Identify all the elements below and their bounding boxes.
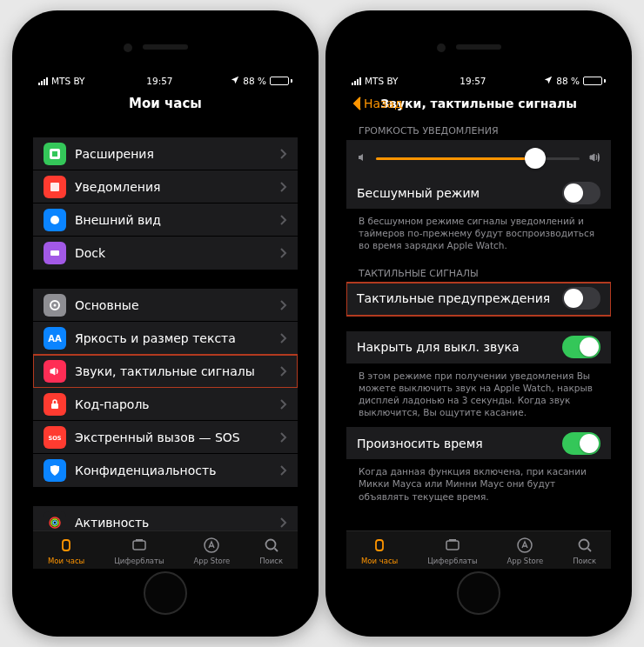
volume-slider[interactable] [376,157,580,160]
svg-rect-19 [376,540,383,550]
chevron-right-icon [280,399,287,410]
status-bar: MTS BY 19:57 88 % [33,73,298,89]
row-label: Экстренный вызов — SOS [75,430,280,444]
speak-time-row[interactable]: Произносить время [346,427,611,460]
chevron-right-icon [280,149,287,159]
svg-point-17 [265,539,275,549]
battery-pct-label: 88 % [556,76,580,86]
settings-row[interactable]: Конфиденциальность [33,454,298,487]
chevron-right-icon [280,366,287,377]
sos-icon: SOS [44,426,66,449]
row-label: Dock [75,246,280,260]
chevron-right-icon [280,333,287,344]
search-icon [262,536,281,555]
settings-row[interactable]: Звуки, тактильные сигналы [33,355,298,388]
location-icon [231,76,239,86]
tab-appstore[interactable]: App Store [507,536,544,565]
phone-frame-right: MTS BY 19:57 88 % [325,10,632,637]
home-button[interactable] [144,571,187,615]
haptic-alerts-row[interactable]: Тактильные предупреждения [346,283,611,316]
tab-label: App Store [194,557,231,565]
battery-icon [270,77,292,85]
front-camera [437,43,446,52]
back-button[interactable]: Назад [352,97,403,110]
silent-mode-toggle[interactable] [562,182,600,204]
section-header-volume: ГРОМКОСТЬ УВЕДОМЛЕНИЯ [346,118,611,140]
haptic-alerts-toggle[interactable] [562,287,600,310]
cover-to-mute-toggle[interactable] [562,336,600,358]
sounds-settings-list[interactable]: ГРОМКОСТЬ УВЕДОМЛЕНИЯ Бесшумный режим [346,118,611,530]
svg-rect-13 [63,540,70,550]
signal-icon [38,77,48,85]
tab-appstore[interactable]: App Store [194,536,231,565]
svg-rect-15 [136,539,143,541]
svg-point-23 [579,539,588,549]
home-button[interactable] [457,571,500,615]
tab-gallery[interactable]: Циферблаты [427,536,478,565]
volume-slider-row[interactable] [346,140,611,177]
tab-label: Поиск [573,557,596,565]
clock-label: 19:57 [146,76,172,86]
svg-line-24 [587,548,591,551]
svg-rect-4 [50,250,59,256]
settings-row[interactable]: Уведомления [33,170,298,203]
appstore-icon [202,536,221,555]
settings-row[interactable]: AAЯркость и размер текста [33,322,298,355]
tab-label: Поиск [259,557,283,565]
privacy-icon [44,459,66,482]
passcode-icon [44,393,66,416]
svg-point-12 [53,521,57,524]
settings-row[interactable]: SOSЭкстренный вызов — SOS [33,421,298,454]
nav-header: Назад Звуки, тактильные сигналы [346,89,611,118]
back-label: Назад [364,97,403,110]
haptic-alerts-label: Тактильные предупреждения [357,291,562,305]
svg-point-6 [54,303,57,306]
slider-thumb[interactable] [525,148,546,169]
battery-pct-label: 88 % [243,76,266,86]
tab-search[interactable]: Поиск [259,536,283,565]
tab-search[interactable]: Поиск [573,536,596,565]
tab-label: Мои часы [361,557,398,565]
svg-rect-20 [446,541,459,550]
settings-row[interactable]: Код-пароль [33,388,298,421]
settings-list[interactable]: РасширенияУведомленияВнешний видDock Осн… [33,118,298,530]
cover-to-mute-label: Накрыть для выкл. звука [357,340,562,354]
row-label: Код-пароль [75,397,280,411]
appstore-icon [515,536,534,555]
silent-mode-row[interactable]: Бесшумный режим [346,177,611,210]
screen-right: MTS BY 19:57 88 % [346,73,611,569]
settings-row[interactable]: Dock [33,237,298,270]
row-label: Звуки, тактильные сигналы [75,364,280,378]
tab-label: Циферблаты [427,557,478,565]
svg-point-11 [51,519,58,526]
row-label: Конфиденциальность [75,464,280,477]
screen-left: MTS BY 19:57 88 % Мои часы [33,73,298,569]
settings-row[interactable]: Расширения [33,137,298,170]
tab-watch[interactable]: Мои часы [48,536,84,565]
general-icon [44,294,66,317]
row-label: Активность [75,516,280,530]
tab-bar: Мои часыЦиферблатыApp StoreПоиск [33,530,298,569]
nav-header: Мои часы [33,89,298,118]
settings-row[interactable]: Активность [33,506,298,530]
speaker-grill [143,44,188,50]
speak-time-toggle[interactable] [562,432,600,455]
dock-icon [44,242,66,264]
settings-row[interactable]: Внешний вид [33,203,298,237]
svg-line-18 [274,548,278,551]
cover-to-mute-row[interactable]: Накрыть для выкл. звука [346,331,611,364]
phone-frame-left: MTS BY 19:57 88 % Мои часы [12,10,319,637]
activity-icon [44,511,66,531]
svg-rect-14 [133,541,145,550]
tab-label: App Store [507,557,544,565]
section-header-haptic: ТАКТИЛЬНЫЕ СИГНАЛЫ [346,261,611,283]
row-label: Уведомления [75,180,280,194]
extensions-icon [44,143,66,165]
appearance-icon [44,209,66,231]
row-label: Внешний вид [75,213,280,227]
settings-row[interactable]: Основные [33,289,298,322]
chevron-right-icon [280,182,287,192]
tab-watch[interactable]: Мои часы [361,536,398,565]
gallery-icon [443,536,462,555]
tab-gallery[interactable]: Циферблаты [114,536,164,565]
